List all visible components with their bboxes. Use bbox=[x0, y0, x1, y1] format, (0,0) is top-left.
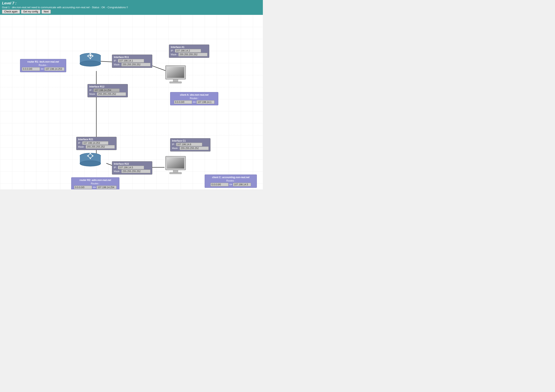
get-my-config-button[interactable]: Get my config bbox=[21, 10, 40, 14]
client-c-arrow: => bbox=[229, 183, 232, 186]
r22-mask-label: Mask : bbox=[114, 170, 121, 173]
interface-r22-box: Interface R22 IP : Mask : bbox=[112, 161, 152, 174]
a1-mask-input[interactable] bbox=[178, 53, 207, 56]
client-c-info: client C: accounting.non-real.net Routes… bbox=[205, 174, 257, 188]
c1-mask-label: Mask : bbox=[172, 147, 179, 150]
router-r1-hostname: tech.non-real.net bbox=[40, 60, 59, 63]
client-c-routes-label: Routes : bbox=[207, 179, 255, 182]
c1-mask-input[interactable] bbox=[180, 146, 209, 150]
router-r1-routes-label: Routes : bbox=[22, 64, 64, 67]
svg-point-17 bbox=[80, 161, 101, 166]
router-r1-icon: ✦ bbox=[79, 51, 101, 69]
network-canvas: ✦ bbox=[0, 15, 263, 189]
router-r2-info: router R2: adm.non-real.net Routes : => bbox=[71, 177, 119, 189]
client-a-gw[interactable] bbox=[197, 100, 214, 104]
router-r2-icon bbox=[79, 151, 101, 169]
r21-mask-label: Mask : bbox=[78, 145, 85, 148]
goal-source: dev.non-real.net bbox=[12, 6, 30, 9]
client-c-title: client C: accounting.non-real.net bbox=[207, 176, 255, 179]
r21-ip-input[interactable] bbox=[82, 141, 108, 145]
c1-ip-input[interactable] bbox=[176, 143, 202, 146]
a1-ip-input[interactable] bbox=[175, 49, 201, 52]
router-r2-routes-label: Routes : bbox=[73, 182, 117, 185]
r22-ip-label: IP : bbox=[114, 166, 117, 169]
r12-ip-label: IP : bbox=[89, 89, 93, 92]
interface-r11-title: Interface R11 bbox=[114, 56, 151, 58]
check-again-button[interactable]: Check again bbox=[2, 10, 20, 14]
r22-ip-input[interactable] bbox=[118, 166, 144, 169]
client-a-arrow: => bbox=[193, 101, 196, 103]
r11-ip-input[interactable] bbox=[118, 59, 144, 63]
interface-c1-box: Interface C1 IP : Mask : bbox=[170, 138, 211, 152]
computer-a-icon bbox=[165, 65, 187, 85]
r11-mask-label: Mask : bbox=[114, 63, 121, 66]
r21-mask-input[interactable] bbox=[86, 145, 115, 149]
svg-point-9 bbox=[80, 61, 101, 66]
interface-c1-title: Interface C1 bbox=[172, 139, 209, 142]
toolbar: Check again Get my config Next bbox=[2, 10, 261, 14]
interface-r12-title: Interface R12 bbox=[89, 85, 126, 88]
c1-ip-label: IP : bbox=[172, 143, 175, 146]
interface-r21-title: Interface R21 bbox=[78, 138, 115, 141]
interface-r11-box: Interface R11 IP : Mask : bbox=[112, 55, 152, 68]
router-r1-info: router R1: tech.non-real.net Routes : => bbox=[20, 59, 66, 72]
r12-mask-label: Mask : bbox=[89, 93, 96, 95]
router-r2-gw[interactable] bbox=[96, 186, 117, 189]
router-r1-arrow: => bbox=[41, 68, 44, 70]
r12-ip-input[interactable] bbox=[94, 88, 120, 92]
router-r1-title: router R1: tech.non-real.net bbox=[22, 60, 64, 63]
client-c-hostname: accounting.non-real.net bbox=[222, 176, 249, 179]
r11-mask-input[interactable] bbox=[121, 63, 151, 66]
router-r2-dest[interactable] bbox=[74, 186, 92, 189]
svg-rect-28 bbox=[167, 158, 184, 168]
client-a-routes-label: Routes : bbox=[172, 97, 216, 100]
r22-mask-input[interactable] bbox=[121, 169, 151, 173]
interface-a1-box: Interface A1 IP : Mask : bbox=[169, 44, 209, 58]
a1-ip-label: IP : bbox=[171, 49, 174, 52]
goal-text: Goal 1 : dev.non-real.net need to commun… bbox=[2, 6, 261, 9]
svg-rect-30 bbox=[169, 172, 182, 174]
client-a-dest[interactable] bbox=[174, 100, 192, 104]
goal-target: accounting.non-real.net bbox=[62, 6, 89, 9]
r12-mask-input[interactable] bbox=[97, 92, 126, 96]
computer-c-icon bbox=[165, 155, 187, 175]
interface-r22-title: Interface R22 bbox=[114, 162, 151, 165]
next-button[interactable]: Next bbox=[42, 10, 51, 14]
r21-ip-label: IP : bbox=[78, 142, 82, 145]
router-r2-hostname: adm.non-real.net bbox=[92, 179, 111, 181]
svg-rect-26 bbox=[169, 82, 182, 83]
router-r1-gw[interactable] bbox=[44, 67, 64, 71]
router-r2-arrow: => bbox=[93, 186, 96, 189]
client-a-hostname: dev.non-real.net bbox=[190, 94, 208, 96]
interface-r12-box: Interface R12 IP : Mask : bbox=[88, 84, 128, 97]
svg-rect-29 bbox=[173, 170, 178, 172]
client-a-title: client A: dev.non-real.net bbox=[172, 94, 216, 96]
interface-r21-box: Interface R21 IP : Mask : bbox=[76, 137, 117, 150]
client-c-dest[interactable] bbox=[211, 183, 228, 186]
header: Level 7 : Goal 1 : dev.non-real.net need… bbox=[0, 0, 263, 15]
interface-a1-title: Interface A1 bbox=[171, 46, 207, 49]
client-c-gw[interactable] bbox=[233, 183, 251, 186]
router-r2-title: router R2: adm.non-real.net bbox=[73, 179, 117, 181]
client-a-info: client A: dev.non-real.net Routes : => bbox=[170, 92, 218, 105]
svg-rect-24 bbox=[167, 67, 184, 78]
svg-rect-25 bbox=[173, 79, 178, 82]
router-r1-dest[interactable] bbox=[22, 67, 40, 71]
page-title: Level 7 : bbox=[2, 1, 261, 5]
a1-mask-label: Mask : bbox=[171, 53, 178, 56]
r11-ip-label: IP : bbox=[114, 59, 117, 62]
